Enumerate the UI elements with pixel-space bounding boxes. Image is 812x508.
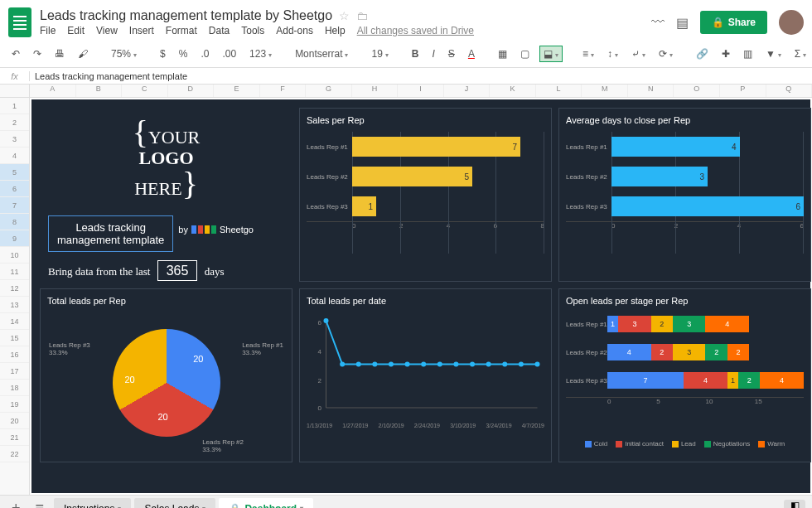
- borders-icon[interactable]: ▢: [517, 46, 533, 61]
- col-header[interactable]: H: [352, 85, 399, 97]
- row-header[interactable]: 17: [0, 363, 29, 380]
- row-header[interactable]: 15: [0, 330, 29, 346]
- col-header[interactable]: A: [30, 85, 76, 97]
- comment-icon[interactable]: ✚: [718, 46, 733, 61]
- col-header[interactable]: M: [582, 85, 628, 97]
- col-header[interactable]: K: [490, 85, 536, 97]
- redo-icon[interactable]: ↷: [30, 46, 45, 61]
- explore-button[interactable]: ◧: [784, 500, 805, 509]
- activity-icon[interactable]: 〰: [651, 15, 665, 30]
- sheets-logo-icon[interactable]: [8, 7, 31, 37]
- strikethrough-icon[interactable]: S: [445, 46, 458, 61]
- col-header[interactable]: F: [260, 85, 307, 97]
- avg-days-chart[interactable]: Average days to close per Rep Leads Rep …: [558, 108, 811, 282]
- wrap-icon[interactable]: ⤶: [628, 46, 649, 61]
- total-leads-pie-chart[interactable]: Total leads per Rep 20 20 20 Leads Rep #…: [40, 288, 292, 462]
- col-header[interactable]: D: [168, 85, 215, 97]
- row-header[interactable]: 6: [0, 181, 29, 197]
- menu-help[interactable]: Help: [325, 25, 346, 36]
- open-leads-stacked-chart[interactable]: Open leads per stage per Rep Leads Rep #…: [558, 288, 811, 462]
- menu-tools[interactable]: Tools: [241, 25, 264, 36]
- col-header[interactable]: I: [398, 85, 444, 97]
- days-input[interactable]: 365: [157, 260, 198, 281]
- menu-view[interactable]: View: [96, 25, 118, 36]
- row-header[interactable]: 21: [0, 429, 29, 446]
- row-header[interactable]: 18: [0, 380, 29, 396]
- row-header[interactable]: 14: [0, 313, 29, 330]
- comments-icon[interactable]: ▤: [676, 15, 689, 31]
- text-color-icon[interactable]: A: [465, 46, 478, 61]
- row-header[interactable]: 2: [0, 114, 29, 131]
- decrease-decimal-icon[interactable]: .0: [197, 46, 212, 61]
- formula-bar[interactable]: Leads tracking management template: [30, 71, 812, 81]
- document-title[interactable]: Leads tracking management template by Sh…: [40, 8, 332, 23]
- chart-icon[interactable]: ▥: [740, 46, 756, 61]
- row-header[interactable]: 22: [0, 446, 29, 462]
- zoom-select[interactable]: 75%: [108, 46, 140, 61]
- row-header[interactable]: 9: [0, 230, 29, 247]
- user-avatar[interactable]: [779, 10, 804, 35]
- functions-icon[interactable]: Σ: [791, 46, 810, 61]
- print-icon[interactable]: 🖶: [51, 46, 68, 61]
- row-header[interactable]: 12: [0, 280, 29, 297]
- row-header[interactable]: 20: [0, 413, 29, 429]
- col-header[interactable]: C: [122, 85, 168, 97]
- italic-icon[interactable]: I: [429, 46, 438, 61]
- menu-format[interactable]: Format: [166, 25, 197, 36]
- save-status[interactable]: All changes saved in Drive: [357, 25, 474, 36]
- link-icon[interactable]: 🔗: [693, 46, 712, 61]
- increase-decimal-icon[interactable]: .00: [219, 46, 239, 61]
- row-header[interactable]: 5: [0, 164, 29, 181]
- col-header[interactable]: L: [536, 85, 582, 97]
- col-header[interactable]: B: [76, 85, 123, 97]
- undo-icon[interactable]: ↶: [8, 46, 23, 61]
- font-select[interactable]: Montserrat: [292, 46, 351, 61]
- menu-data[interactable]: Data: [209, 25, 230, 36]
- row-header[interactable]: 10: [0, 247, 29, 264]
- col-header[interactable]: E: [214, 85, 260, 97]
- font-size[interactable]: 19: [368, 46, 391, 61]
- sheet-tab[interactable]: Sales Leads▾: [134, 498, 215, 509]
- row-header[interactable]: 13: [0, 297, 29, 313]
- row-header[interactable]: 3: [0, 131, 29, 148]
- fill-color-icon[interactable]: ▦: [495, 46, 510, 61]
- select-all-corner[interactable]: [0, 85, 30, 98]
- menu-addons[interactable]: Add-ons: [276, 25, 313, 36]
- sheet-tab[interactable]: 🔒Dashboard▾: [219, 498, 313, 509]
- row-header[interactable]: 4: [0, 148, 29, 164]
- currency-icon[interactable]: $: [157, 46, 169, 61]
- row-header[interactable]: 16: [0, 346, 29, 363]
- merge-icon[interactable]: ⬓: [539, 46, 563, 62]
- paint-format-icon[interactable]: 🖌: [75, 46, 91, 61]
- row-header[interactable]: 11: [0, 264, 29, 280]
- row-header[interactable]: 8: [0, 214, 29, 230]
- sales-per-rep-chart[interactable]: Sales per Rep Leads Rep #17Leads Rep #25…: [299, 108, 552, 282]
- col-header[interactable]: P: [720, 85, 766, 97]
- more-formats[interactable]: 123: [246, 46, 275, 61]
- folder-icon[interactable]: 🗀: [356, 9, 368, 22]
- col-header[interactable]: Q: [766, 85, 813, 97]
- template-title[interactable]: Leads tracking management template: [48, 215, 173, 252]
- row-header[interactable]: 19: [0, 396, 29, 413]
- row-header[interactable]: 1: [0, 98, 29, 114]
- share-button[interactable]: 🔒 Share: [700, 11, 767, 34]
- menu-edit[interactable]: Edit: [67, 25, 85, 36]
- sheet-tab[interactable]: Instructions▾: [54, 498, 131, 509]
- col-header[interactable]: O: [674, 85, 720, 97]
- add-sheet-button[interactable]: +: [7, 500, 26, 508]
- col-header[interactable]: J: [444, 85, 491, 97]
- star-icon[interactable]: ☆: [339, 9, 350, 22]
- menu-insert[interactable]: Insert: [129, 25, 154, 36]
- valign-icon[interactable]: ↕: [604, 46, 621, 61]
- percent-icon[interactable]: %: [176, 46, 191, 61]
- rotate-icon[interactable]: ⟳: [655, 46, 676, 61]
- halign-icon[interactable]: ≡: [579, 46, 597, 61]
- all-sheets-button[interactable]: ≡: [31, 500, 50, 508]
- row-header[interactable]: 7: [0, 197, 29, 214]
- leads-per-date-chart[interactable]: Total leads per date 6 4 2 0 1/13/20191/…: [299, 288, 552, 462]
- filter-icon[interactable]: ▼: [762, 46, 785, 61]
- bold-icon[interactable]: B: [408, 46, 423, 61]
- col-header[interactable]: G: [306, 85, 352, 97]
- menu-file[interactable]: File: [40, 25, 56, 36]
- col-header[interactable]: N: [628, 85, 674, 97]
